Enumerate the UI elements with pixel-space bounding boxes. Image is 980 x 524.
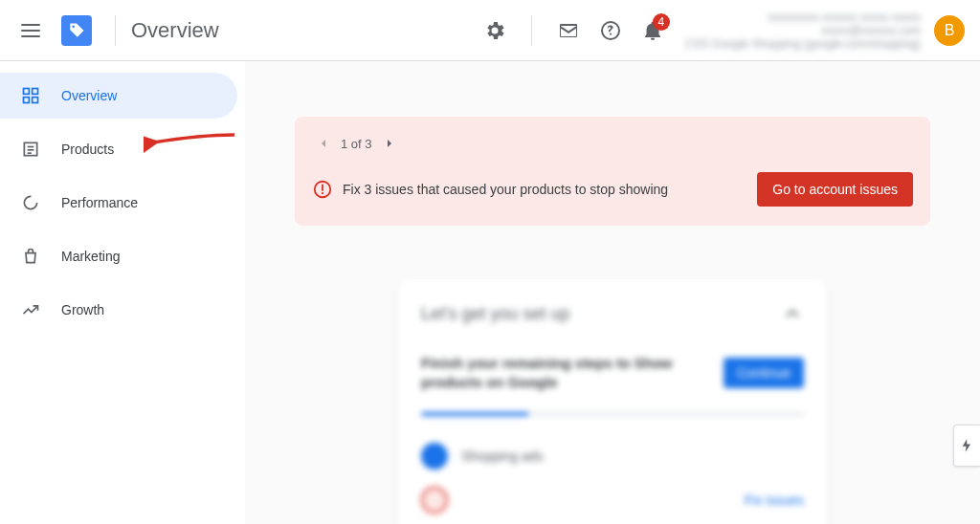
notification-badge: 4	[653, 13, 670, 31]
chevron-right-icon	[382, 136, 397, 151]
nav-item-marketing[interactable]: Marketing	[0, 233, 237, 279]
svg-rect-3	[24, 98, 30, 103]
setup-step-row[interactable]: Fix issues	[421, 487, 804, 513]
notifications-button[interactable]: 4	[634, 11, 672, 50]
account-avatar[interactable]: B	[934, 15, 965, 46]
svg-rect-1	[24, 89, 30, 95]
dashboard-icon	[19, 84, 42, 107]
svg-point-0	[72, 25, 75, 28]
nav-label: Products	[61, 142, 114, 157]
nav-label: Growth	[61, 302, 104, 317]
bag-icon	[19, 245, 42, 268]
nav-label: Overview	[61, 88, 117, 103]
hamburger-menu-button[interactable]	[8, 8, 54, 54]
svg-point-9	[24, 196, 36, 208]
app-header: Overview 4 xxxxxxxxx xxxxxx xxxxx xxxxx …	[0, 0, 980, 61]
chevron-left-icon	[316, 136, 331, 151]
inbox-button[interactable]	[549, 11, 588, 50]
price-tag-icon	[67, 21, 86, 40]
nav-label: Marketing	[61, 249, 120, 264]
nav-label: Performance	[61, 195, 138, 210]
pager-next-button[interactable]	[378, 132, 401, 155]
header-divider	[115, 15, 116, 46]
mail-icon	[557, 19, 580, 42]
merchant-center-logo[interactable]	[57, 11, 96, 50]
setup-subhead: Finish your remaining steps to Show prod…	[421, 354, 724, 393]
continue-button[interactable]: Continue	[724, 358, 804, 388]
side-navigation: Overview Products Performance Marketing	[0, 61, 245, 524]
nav-item-overview[interactable]: Overview	[0, 73, 237, 119]
chevron-up-icon[interactable]	[781, 302, 804, 325]
pager-prev-button[interactable]	[312, 132, 335, 155]
step-status-icon	[421, 487, 448, 513]
step-status-icon	[421, 443, 448, 469]
gear-icon	[483, 19, 506, 42]
setup-progress-bar	[421, 412, 804, 416]
feedback-button[interactable]	[953, 425, 980, 467]
nav-item-products[interactable]: Products	[0, 126, 237, 172]
setup-step-row[interactable]: Shopping ads	[421, 443, 804, 469]
nav-item-performance[interactable]: Performance	[0, 180, 237, 226]
svg-point-12	[322, 192, 323, 194]
error-icon	[312, 179, 333, 200]
nav-item-growth[interactable]: Growth	[0, 287, 237, 333]
help-icon	[599, 19, 622, 42]
pager-label: 1 of 3	[341, 137, 372, 151]
spinner-icon	[19, 191, 42, 214]
settings-button[interactable]	[476, 11, 514, 50]
lightning-icon	[959, 437, 976, 454]
main-content: 1 of 3 Fix 3 issues that caused your pro…	[245, 61, 980, 524]
svg-rect-2	[33, 89, 38, 95]
account-info[interactable]: xxxxxxxxx xxxxxx xxxxx xxxxx xxxxx@xxxxx…	[685, 11, 921, 51]
step-action[interactable]: Fix issues	[745, 492, 804, 508]
issues-alert-card: 1 of 3 Fix 3 issues that caused your pro…	[295, 117, 930, 226]
header-divider-2	[531, 15, 532, 46]
help-button[interactable]	[591, 11, 630, 50]
page-title: Overview	[131, 18, 219, 43]
setup-card: Let's get you set up Finish your remaini…	[398, 279, 827, 524]
svg-rect-4	[33, 98, 38, 103]
alert-message: Fix 3 issues that caused your products t…	[343, 182, 757, 197]
trend-up-icon	[19, 298, 42, 321]
step-label: Shopping ads	[461, 448, 804, 464]
list-icon	[19, 138, 42, 161]
setup-title: Let's get you set up	[421, 304, 781, 324]
go-to-account-issues-button[interactable]: Go to account issues	[757, 172, 913, 207]
hamburger-icon	[19, 19, 42, 42]
alert-pager: 1 of 3	[312, 132, 913, 155]
